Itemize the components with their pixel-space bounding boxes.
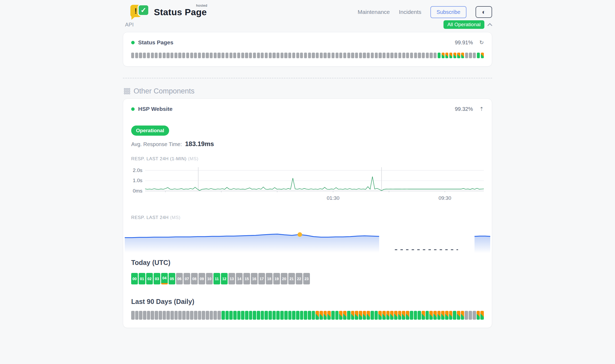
daily-bar-nodata bbox=[166, 311, 170, 320]
daily-bar-nodata bbox=[163, 311, 166, 320]
daily-bar-up bbox=[233, 311, 237, 320]
uptime-bar-nodata bbox=[284, 53, 287, 58]
uptime-bar-nodata bbox=[343, 53, 346, 58]
daily-bar-up bbox=[308, 311, 311, 320]
hour-block-05: 05 bbox=[169, 273, 175, 284]
daily-bar-nodata bbox=[135, 311, 139, 320]
daily-bar-nodata bbox=[178, 311, 182, 320]
other-components-header: Other Components bbox=[123, 87, 492, 95]
uptime-bar-degraded bbox=[445, 53, 448, 58]
daily-bar-nodata bbox=[217, 311, 221, 320]
daily-bar-nodata bbox=[190, 311, 193, 320]
daily-bar-degraded bbox=[398, 311, 402, 320]
uptime-bar-nodata bbox=[363, 53, 366, 58]
uptime-bar-nodata bbox=[394, 53, 397, 58]
hour-block-19: 19 bbox=[273, 273, 280, 284]
daily-bar-nodata bbox=[170, 311, 174, 320]
chart1-y-axis: 2.0s 1.0s 0ms bbox=[131, 166, 145, 193]
daily-bar-degraded bbox=[378, 311, 382, 320]
uptime-bar-nodata bbox=[300, 53, 303, 58]
daily-bar-up bbox=[414, 311, 417, 320]
uptime-bar-nodata bbox=[225, 53, 228, 58]
uptime-bar-nodata bbox=[387, 53, 390, 58]
hour-block-18: 18 bbox=[266, 273, 273, 284]
today-hour-blocks: 0001020304050607080910111213141516171819… bbox=[131, 273, 484, 284]
avg-response-label: Avg. Response Time: bbox=[131, 141, 182, 147]
daily-bar-up bbox=[257, 311, 260, 320]
daily-bar-nodata bbox=[473, 311, 476, 320]
uptime-bar-nodata bbox=[269, 53, 272, 58]
uptime-bar-nodata bbox=[206, 53, 209, 58]
uptime-bar-nodata bbox=[277, 53, 279, 58]
component-name: HSP Website bbox=[138, 106, 173, 112]
uptime-bar-nodata bbox=[426, 53, 429, 58]
hour-block-16: 16 bbox=[251, 273, 258, 284]
all-operational-badge: All Operational bbox=[443, 20, 484, 29]
daily-bar-degraded bbox=[359, 311, 362, 320]
uptime-bar-nodata bbox=[308, 53, 311, 58]
theme-toggle-button[interactable]: ◐ bbox=[476, 6, 492, 18]
daily-bar-nodata bbox=[469, 311, 472, 320]
uptime-bar-nodata bbox=[304, 53, 307, 58]
uptime-bar-nodata bbox=[139, 53, 142, 58]
daily-bar-degraded bbox=[422, 311, 425, 320]
daily-bar-degraded bbox=[367, 311, 370, 320]
uptime-bar-nodata bbox=[324, 53, 326, 58]
daily-bar-up bbox=[418, 311, 421, 320]
uptime-bar-nodata bbox=[328, 53, 330, 58]
daily-bar-nodata bbox=[202, 311, 205, 320]
subscribe-button[interactable]: Subscribe bbox=[430, 6, 466, 18]
daily-bar-up bbox=[335, 311, 339, 320]
daily-bar-nodata bbox=[143, 311, 146, 320]
uptime-bar-nodata bbox=[202, 53, 205, 58]
hour-block-15: 15 bbox=[243, 273, 250, 284]
daily-bar-nodata bbox=[206, 311, 209, 320]
daily-bar-up bbox=[296, 311, 299, 320]
daily-bar-up bbox=[453, 311, 456, 320]
uptime-bar-nodata bbox=[288, 53, 291, 58]
nav-maintenance[interactable]: Maintenance bbox=[358, 9, 390, 15]
uptime-bar-nodata bbox=[390, 53, 393, 58]
chevron-up-icon[interactable] bbox=[487, 23, 492, 28]
uptime-bar-nodata bbox=[261, 53, 264, 58]
brand-logo[interactable]: ! ✓ Status Page hosted bbox=[130, 4, 207, 20]
hour-block-06: 06 bbox=[176, 273, 183, 284]
daily-bar-up bbox=[410, 311, 413, 320]
daily-bar-degraded bbox=[480, 311, 484, 320]
uptime-bar-nodata bbox=[273, 53, 275, 58]
nav-incidents[interactable]: Incidents bbox=[399, 9, 421, 15]
daily-bar-up bbox=[253, 311, 256, 320]
daily-bar-up bbox=[292, 311, 295, 320]
header: ! ✓ Status Page hosted Maintenance Incid… bbox=[123, 0, 492, 20]
uptime-bar-nodata bbox=[473, 53, 476, 58]
uptime-bar-nodata bbox=[422, 53, 425, 58]
uptime-percentage: 99.32% bbox=[455, 106, 473, 112]
daily-bar-degraded bbox=[324, 311, 327, 320]
daily-bar-up bbox=[241, 311, 244, 320]
uptime-bar-nodata bbox=[359, 53, 362, 58]
daily-bar-degraded bbox=[433, 311, 437, 320]
uptime-bar-nodata bbox=[296, 53, 299, 58]
half-moon-icon: ◐ bbox=[482, 9, 486, 15]
daily-bar-degraded bbox=[390, 311, 394, 320]
daily-bar-degraded bbox=[449, 311, 453, 320]
uptime-bar-nodata bbox=[163, 53, 166, 58]
hour-block-20: 20 bbox=[281, 273, 287, 284]
daily-bar-up bbox=[249, 311, 252, 320]
uptime-bar-nodata bbox=[336, 53, 338, 58]
daily-bar-degraded bbox=[355, 311, 358, 320]
daily-bar-degraded bbox=[437, 311, 441, 320]
hour-block-21: 21 bbox=[288, 273, 295, 284]
daily-bar-degraded bbox=[394, 311, 398, 320]
daily-bar-nodata bbox=[213, 311, 217, 320]
hour-block-03: 03 bbox=[154, 273, 160, 284]
main-nav: Maintenance Incidents Subscribe ◐ bbox=[358, 6, 492, 18]
uptime-bar-nodata bbox=[221, 53, 224, 58]
collapse-up-arrow-icon[interactable]: ⇡ bbox=[479, 106, 484, 112]
uptime-bar-nodata bbox=[166, 53, 169, 58]
daily-bar-nodata bbox=[159, 311, 162, 320]
refresh-icon[interactable]: ↻ bbox=[479, 40, 484, 45]
chart2-plot-area bbox=[125, 226, 490, 256]
uptime-bar-up bbox=[438, 53, 441, 58]
uptime-bar-nodata bbox=[198, 53, 201, 58]
